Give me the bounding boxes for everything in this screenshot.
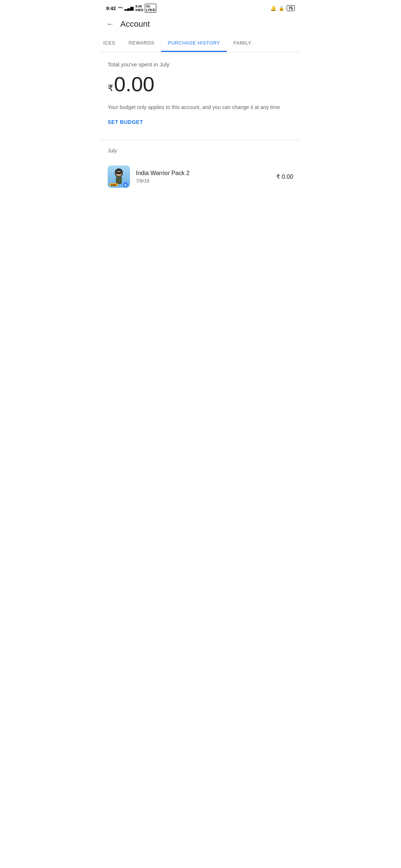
month-label: July	[108, 148, 293, 154]
status-icons: 🔔 🔒 75	[270, 5, 295, 11]
tab-rewards[interactable]: REWARDS	[122, 35, 161, 52]
lock-icon: 🔒	[278, 6, 284, 11]
tab-services[interactable]: ICES	[100, 35, 122, 52]
battery-level: 75	[288, 6, 293, 10]
main-content: Total you've spent in July ₹ 0.00 Your b…	[100, 52, 301, 140]
spent-label: Total you've spent in July	[108, 61, 293, 68]
amount-value: 0.00	[114, 72, 154, 96]
tab-purchase-history[interactable]: PURCHASE HISTORY	[161, 35, 227, 52]
time-display: 9:42	[106, 6, 116, 11]
budget-info-text: Your budget only applies to this account…	[108, 103, 293, 111]
network-indicator: ⁴⁴ᴳ	[118, 6, 123, 11]
lte-badge: VoLTE①	[145, 4, 156, 13]
svg-rect-5	[116, 172, 121, 174]
set-budget-button[interactable]: SET BUDGET	[108, 119, 143, 125]
status-time: 9:42 ⁴⁴ᴳ ▂▄▆ 8.00KB/S VoLTE①	[106, 4, 156, 13]
currency-symbol: ₹	[108, 83, 113, 93]
tabs-navigation: ICES REWARDS PURCHASE HISTORY FAMILY	[100, 35, 301, 52]
status-bar: 9:42 ⁴⁴ᴳ ▂▄▆ 8.00KB/S VoLTE① 🔔 🔒 75	[100, 0, 301, 15]
page-title: Account	[120, 19, 150, 29]
tab-family[interactable]: FAMILY	[227, 35, 258, 52]
app-icon: PUBG ▶	[108, 165, 130, 188]
speed-indicator: 8.00KB/S	[136, 4, 144, 12]
purchase-history-section: July	[100, 140, 301, 192]
battery-icon: 75	[287, 5, 295, 11]
vibrate-icon: 🔔	[270, 6, 276, 11]
purchase-name: India Warrior Pack 2	[136, 170, 276, 177]
purchase-price: ₹ 0.00	[276, 173, 293, 180]
purchase-date: 7/9/19	[136, 178, 276, 184]
total-amount: ₹ 0.00	[108, 72, 293, 96]
purchase-info: India Warrior Pack 2 7/9/19	[136, 170, 276, 184]
page-header: ← Account	[100, 15, 301, 35]
back-button[interactable]: ←	[106, 19, 114, 29]
svg-rect-6	[116, 177, 122, 184]
signal-bars: ▂▄▆	[124, 6, 133, 11]
svg-text:PUBG: PUBG	[111, 184, 117, 186]
purchase-item[interactable]: PUBG ▶ India Warrior Pack 2 7/9/19 ₹ 0.0…	[108, 161, 293, 192]
